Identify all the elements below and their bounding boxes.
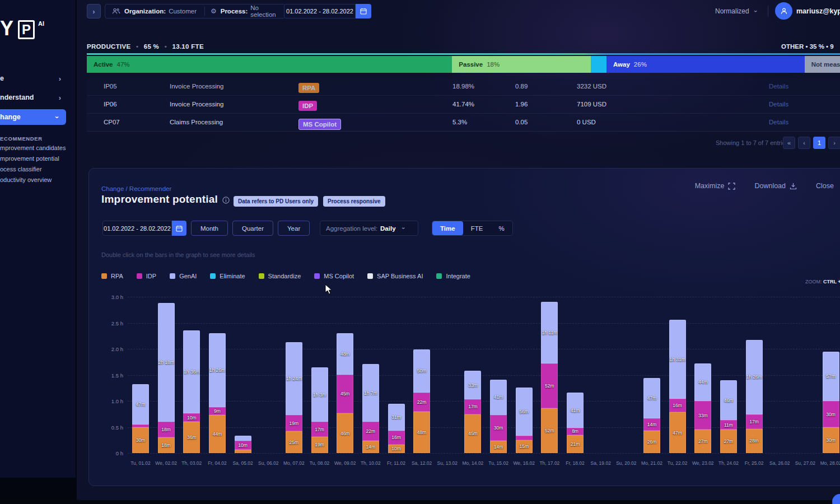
bar-segment-rpa[interactable]: 25m xyxy=(286,431,302,453)
bar-segment-rpa[interactable] xyxy=(235,450,251,453)
bar-segment-rpa[interactable]: 30m xyxy=(823,427,839,453)
bar-segment-rpa[interactable]: 27m xyxy=(720,430,737,453)
bar-segment-rpa[interactable]: 15m xyxy=(516,440,533,453)
bar-segment-idp[interactable]: 8m xyxy=(567,428,584,435)
bar-segment-idp[interactable] xyxy=(516,436,533,440)
unit-toggle-time[interactable]: Time xyxy=(432,221,463,235)
chart-bar[interactable]: 26m14m47m xyxy=(643,378,660,453)
bar-segment-rpa[interactable]: 36m xyxy=(183,422,200,453)
chart-bar[interactable]: 27m33m44m xyxy=(694,363,711,453)
bar-segment-rpa[interactable]: 14m xyxy=(362,441,379,453)
period-button-year[interactable]: Year xyxy=(278,221,310,236)
legend-item-eliminate[interactable]: Eliminate xyxy=(210,273,245,279)
pagination-button[interactable]: › xyxy=(828,137,840,149)
productivity-segment-not-measured[interactable]: Not meas. xyxy=(805,56,840,73)
unit-toggle-%[interactable]: % xyxy=(491,221,512,235)
bar-segment-idp[interactable]: 18m xyxy=(158,422,175,437)
calendar-button[interactable] xyxy=(356,4,371,18)
bar-segment-genai[interactable]: 47m xyxy=(643,378,660,419)
bar-segment-genai[interactable]: 57m xyxy=(823,352,839,401)
bar-segment-genai[interactable]: 1h 11m xyxy=(541,302,558,363)
collapse-panel-button[interactable]: › xyxy=(87,4,101,18)
bar-segment-rpa[interactable]: 48m xyxy=(413,412,430,453)
bar-segment-rpa[interactable]: 10m xyxy=(388,445,405,453)
sidebar-item-understand[interactable]: nderstand › xyxy=(0,91,77,104)
bar-segment-genai[interactable]: 41m xyxy=(567,393,584,428)
sidebar-item-3[interactable]: oductivity overview xyxy=(0,176,77,183)
legend-item-idp[interactable]: IDP xyxy=(137,273,156,279)
bar-segment-idp[interactable]: 45m xyxy=(337,375,353,413)
user-email[interactable]: mariusz@kyp.a xyxy=(796,7,840,15)
bar-segment-rpa[interactable]: 26m xyxy=(643,431,660,453)
bar-segment-rpa[interactable]: 46m xyxy=(337,413,353,453)
bar-segment-genai[interactable] xyxy=(235,436,251,441)
productivity-segment-passive[interactable]: Passive18% xyxy=(452,56,590,73)
chart-bar[interactable]: 45m17m33m xyxy=(464,371,481,453)
sidebar-item-see[interactable]: e › xyxy=(0,72,77,85)
bar-segment-rpa[interactable]: 14m xyxy=(490,441,507,453)
unit-toggle-fte[interactable]: FTE xyxy=(463,221,491,235)
chart-bar[interactable]: 48m22m50m xyxy=(413,349,430,453)
bar-segment-rpa[interactable]: 21m xyxy=(567,435,584,453)
bar-segment-genai[interactable]: 1h 26m xyxy=(746,340,763,414)
pagination-button[interactable]: « xyxy=(783,137,795,149)
chart-bar[interactable]: 18m18m2h 18m xyxy=(158,303,175,454)
details-link[interactable]: Details xyxy=(769,119,788,125)
bar-segment-idp[interactable]: 16m xyxy=(388,431,405,445)
bar-segment-genai[interactable]: 2h 18m xyxy=(158,303,175,422)
bar-segment-idp[interactable]: 30m xyxy=(490,415,507,441)
bar-segment-genai[interactable]: 41m xyxy=(490,380,507,415)
bar-segment-idp[interactable]: 30m xyxy=(823,401,839,427)
chart-bar[interactable]: 52m52m1h 11m xyxy=(541,302,558,453)
avatar[interactable] xyxy=(775,2,792,20)
bar-segment-idp[interactable]: 17m xyxy=(464,399,481,414)
bar-segment-genai[interactable]: 46m xyxy=(720,380,737,420)
legend-item-standardize[interactable]: Standardize xyxy=(259,273,301,279)
bar-segment-idp[interactable]: 10m xyxy=(183,413,200,422)
chart-bar[interactable]: 28m17m1h 26m xyxy=(746,340,763,453)
bar-segment-idp[interactable]: 22m xyxy=(362,422,379,441)
period-button-month[interactable]: Month xyxy=(191,221,228,236)
details-link[interactable]: Details xyxy=(769,83,788,90)
bar-segment-idp[interactable]: 17m xyxy=(746,414,763,429)
chart-bar[interactable]: 30m47m xyxy=(132,384,149,453)
legend-item-integrate[interactable]: Integrate xyxy=(436,273,470,279)
chart-bar[interactable]: 36m10m1h 36m xyxy=(183,330,200,453)
bar-segment-genai[interactable]: 48m xyxy=(337,333,353,375)
sidebar-item-0[interactable]: mprovement candidates xyxy=(0,144,77,151)
bar-segment-idp[interactable]: 14m xyxy=(643,418,660,431)
legend-item-sap-business-ai[interactable]: SAP Business AI xyxy=(367,273,423,279)
bar-segment-genai[interactable]: 1h 26m xyxy=(209,333,226,408)
sidebar-item-change[interactable]: hange › xyxy=(0,109,66,125)
bar-segment-genai[interactable]: 56m xyxy=(516,388,533,436)
chart-bar[interactable]: 15m56m xyxy=(516,388,533,453)
chart-bar[interactable]: 10m16m31m xyxy=(388,404,405,453)
bar-segment-rpa[interactable]: 18m xyxy=(158,437,175,453)
chart-bar[interactable]: 27m11m46m xyxy=(720,380,737,453)
bar-segment-genai[interactable]: 31m xyxy=(388,404,405,431)
bar-segment-rpa[interactable]: 19m xyxy=(311,437,328,453)
bar-segment-rpa[interactable]: 47m xyxy=(669,412,686,453)
legend-item-rpa[interactable]: RPA xyxy=(101,273,123,279)
bar-segment-idp[interactable]: 17m xyxy=(311,422,328,436)
table-row[interactable]: IP06Invoice ProcessingIDP41.74%1.967109 … xyxy=(87,96,840,114)
productivity-segment-active[interactable]: Active47% xyxy=(87,56,452,73)
organization-value[interactable]: Customer xyxy=(169,8,197,15)
pagination-button[interactable]: ‹ xyxy=(798,137,810,149)
download-button[interactable]: Download xyxy=(754,182,797,190)
date-range-input[interactable]: 01.02.2022 - 28.02.2022 xyxy=(284,4,356,18)
bar-segment-genai[interactable]: 1h 24m xyxy=(286,342,302,415)
legend-item-ms-copilot[interactable]: MS Copilot xyxy=(314,273,354,279)
bar-segment-rpa[interactable]: 28m xyxy=(746,429,763,453)
bar-segment-idp[interactable]: 33m xyxy=(694,401,711,430)
chart-date-range-input[interactable]: 01.02.2022 - 28.02.2022 xyxy=(102,221,172,236)
process-value[interactable]: No selection xyxy=(250,4,285,18)
bar-segment-genai[interactable]: 1h 3m xyxy=(311,367,328,422)
chart-bar[interactable]: 25m19m1h 24m xyxy=(286,342,302,453)
bar-segment-genai[interactable]: 1h 36m xyxy=(183,330,200,413)
chart-bar[interactable]: 47m16m1h 31m xyxy=(669,320,686,453)
bar-segment-idp[interactable]: 22m xyxy=(413,393,430,412)
bar-segment-genai[interactable]: 47m xyxy=(132,384,149,425)
chart-bar[interactable]: 21m8m41m xyxy=(567,393,584,453)
bar-segment-rpa[interactable]: 52m xyxy=(541,408,558,453)
